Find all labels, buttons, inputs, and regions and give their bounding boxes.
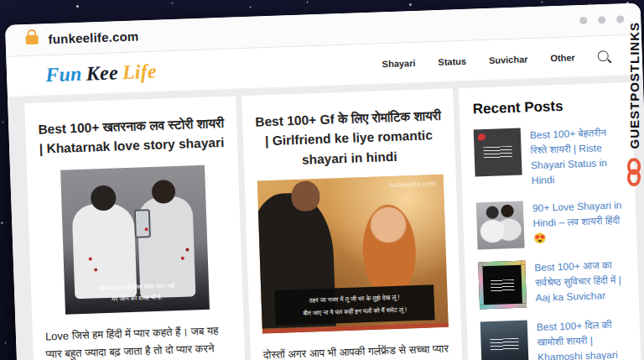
- recent-post-item[interactable]: Best 100+ बेहतरीन रिश्ते शायरी | Riste S…: [474, 124, 626, 190]
- image-caption: ठहर जा नजर में तू जी भर के तुझे देख लूं …: [274, 284, 435, 326]
- recent-post-item[interactable]: Best 100+ आज का सर्वश्रेष्ठ सुविचार हिंद…: [478, 257, 631, 309]
- recent-post-item[interactable]: Best 100+ दिल की खामोशी शायरी | Khamoshi…: [480, 316, 633, 360]
- recent-posts-sidebar: Recent Posts Best 100+ बेहतरीन रिश्ते शा…: [459, 82, 644, 360]
- guestpostlinks-vertical-text: GUESTPOSTLINKS: [627, 22, 641, 149]
- window-controls: [579, 15, 624, 24]
- site-logo[interactable]: FunKeeLife: [45, 60, 158, 87]
- thumb-text-lines: [491, 338, 519, 351]
- nav-item-shayari[interactable]: Shayari: [382, 57, 415, 68]
- thumb-text-lines: [491, 279, 514, 292]
- article-image-romantic-couple[interactable]: funkeelife.com ठहर जा नजर में तू जी भर क…: [257, 175, 449, 334]
- post-thumbnail-dark-quote[interactable]: [474, 128, 522, 177]
- lock-icon: [25, 35, 38, 45]
- article-card-gf-romantic-shayari: Best 100+ Gf के लिए रोमांटिक शायरी | Gir…: [242, 88, 466, 360]
- phone-icon: [134, 209, 151, 238]
- recent-post-item[interactable]: 90+ Love Shayari in Hindi – लव शायरी हिं…: [476, 197, 629, 249]
- logo-part-life: Life: [122, 60, 157, 83]
- address-bar[interactable]: funkeelife.com: [48, 29, 138, 46]
- nav-item-other[interactable]: Other: [550, 52, 575, 63]
- window-dot-icon: [579, 17, 587, 24]
- image-caption: आपका प्यार मेरे लिए सिर्फ प्यार नहीं मेर…: [65, 276, 210, 314]
- article-image-couple-mirror-selfie[interactable]: आपका प्यार मेरे लिए सिर्फ प्यार नहीं मेर…: [60, 164, 210, 314]
- window-dot-icon: [598, 16, 605, 23]
- post-title-link[interactable]: Best 100+ आज का सर्वश्रेष्ठ सुविचार हिंद…: [534, 257, 631, 307]
- article-title[interactable]: Best 100+ Gf के लिए रोमांटिक शायरी | Gir…: [255, 106, 443, 170]
- post-thumbnail-stormy-road[interactable]: [480, 320, 529, 360]
- post-title-link[interactable]: 90+ Love Shayari in Hindi – लव शायरी हिं…: [532, 197, 629, 248]
- article-excerpt: दोस्तों अगर आप भी आपकी गर्लफ्रेंड से सच्…: [263, 340, 451, 360]
- post-thumbnail-floral-border[interactable]: [478, 261, 527, 310]
- window-dot-icon: [616, 15, 624, 23]
- starfield-background: [0, 0, 1, 1]
- nav-item-suvichar[interactable]: Suvichar: [489, 54, 528, 65]
- chain-link-icon: [626, 158, 642, 186]
- logo-part-fun: Fun: [45, 63, 82, 86]
- article-card-khatarnak-love-story: Best 100+ खतरनाक लव स्टोरी शायरी | Khata…: [24, 96, 249, 360]
- browser-window: funkeelife.com FunKeeLife Shayari Status…: [5, 3, 644, 360]
- nav-item-status[interactable]: Status: [438, 55, 466, 66]
- rose-embroidery-dots: [60, 170, 64, 173]
- post-title-link[interactable]: Best 100+ बेहतरीन रिश्ते शायरी | Riste S…: [530, 124, 626, 188]
- post-title-link[interactable]: Best 100+ दिल की खामोशी शायरी | Khamoshi…: [537, 316, 633, 360]
- thumb-text-lines: [484, 146, 512, 159]
- sidebar-heading: Recent Posts: [473, 96, 625, 117]
- article-title[interactable]: Best 100+ खतरनाक लव स्टोरी शायरी | Khata…: [38, 113, 225, 159]
- guestpostlinks-branding: GUESTPOSTLINKS: [626, 22, 642, 186]
- logo-part-kee: Kee: [86, 61, 118, 84]
- page-content: Best 100+ खतरनाक लव स्टोरी शायरी | Khata…: [8, 75, 644, 360]
- article-excerpt: Love जिसे हम हिंदी में प्यार कहते हैं। ज…: [45, 321, 233, 360]
- post-thumbnail-couple[interactable]: [476, 201, 525, 250]
- search-icon[interactable]: [597, 50, 608, 61]
- image-watermark: funkeelife.com: [389, 180, 436, 189]
- woman-red-hair: [356, 196, 421, 296]
- main-nav: Shayari Status Suvichar Other: [382, 50, 608, 69]
